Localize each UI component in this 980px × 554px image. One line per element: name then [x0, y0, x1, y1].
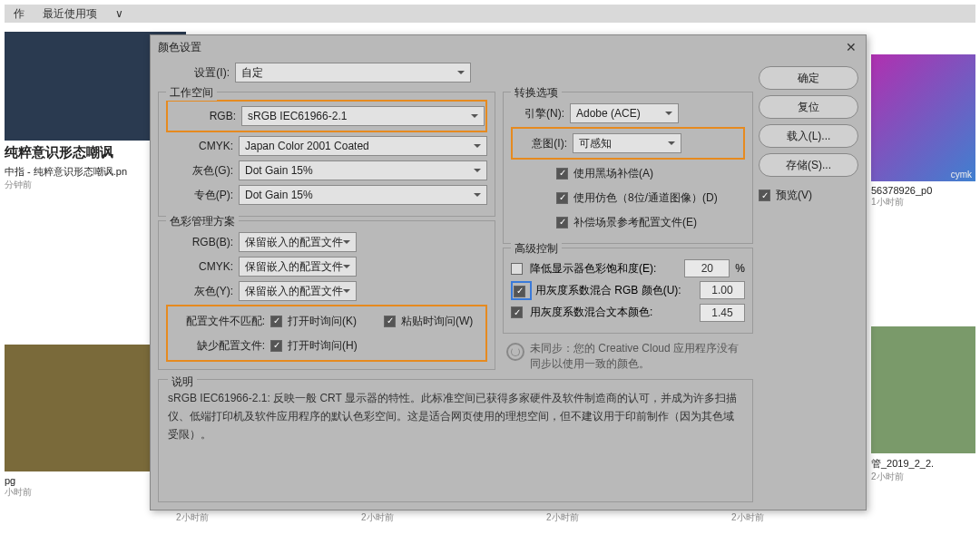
intent-label: 意图(I): — [514, 136, 573, 151]
desat-input[interactable]: 20 — [684, 259, 730, 277]
card-title: 管_2019_2_2. — [871, 457, 975, 471]
card-time: 2小时前 — [546, 511, 579, 524]
policy-gray-dropdown[interactable]: 保留嵌入的配置文件 — [239, 281, 357, 301]
bg-card[interactable]: cymk 56378926_p0 1小时前 — [871, 54, 975, 209]
policy-cmyk-value: 保留嵌入的配置文件 — [245, 259, 343, 275]
bpc-checkbox[interactable] — [556, 168, 568, 180]
blend-rgb-label: 用灰度系数混合 RGB 颜色(U): — [535, 283, 681, 298]
policy-rgb-label: RGB(B): — [166, 236, 239, 248]
preview-label: 预览(V) — [776, 188, 812, 203]
thumb-label: cymk — [951, 170, 972, 180]
scene-label: 补偿场景参考配置文件(E) — [573, 215, 697, 230]
card-time: 2小时前 — [731, 511, 764, 524]
card-title: 56378926_p0 — [871, 185, 975, 196]
bg-toolbar-recent: 最近使用项 — [43, 6, 97, 22]
settings-dropdown[interactable]: 自定 — [235, 63, 471, 83]
ask-open2-checkbox[interactable] — [270, 340, 282, 352]
rgb-label: RGB: — [169, 110, 241, 122]
workspace-fieldset: 工作空间 RGB: sRGB IEC61966-2.1 CMYK: Japan … — [158, 92, 495, 217]
policy-rgb-dropdown[interactable]: 保留嵌入的配置文件 — [239, 232, 357, 252]
advanced-legend: 高级控制 — [511, 241, 562, 257]
spot-dropdown[interactable]: Dot Gain 15% — [239, 185, 487, 205]
advanced-fieldset: 高级控制 降低显示器色彩饱和度(E): 20% 用灰度系数混合 RGB 颜色(U… — [503, 248, 753, 334]
convert-fieldset: 转换选项 引擎(N): Adobe (ACE) 意图(I): 可感知 使用黑场补… — [503, 92, 753, 244]
engine-label: 引擎(N): — [511, 106, 570, 121]
settings-label: 设置(I): — [162, 65, 230, 81]
color-settings-dialog: 颜色设置 ✕ 设置(I): 自定 工作空间 RGB: sRGB IEC61966… — [150, 34, 867, 510]
card-time: 1小时前 — [871, 196, 975, 209]
blend-rgb-checkbox[interactable] — [514, 286, 525, 297]
gray-dropdown[interactable]: Dot Gain 15% — [239, 160, 487, 180]
bg-toolbar: 作 最近使用项 ∨ — [5, 5, 975, 23]
close-icon[interactable]: ✕ — [844, 40, 858, 54]
convert-legend: 转换选项 — [511, 85, 562, 101]
description-box: 说明 sRGB IEC61966-2.1: 反映一般 CRT 显示器的特性。此标… — [158, 379, 753, 503]
gray-value: Dot Gain 15% — [245, 164, 313, 177]
workspace-legend: 工作空间 — [166, 85, 217, 101]
policy-gray-label: 灰色(Y): — [166, 284, 239, 299]
right-cards: cymk 56378926_p0 1小时前 管_2019_2_2. 2小时前 — [871, 54, 975, 491]
spot-label: 专色(P): — [166, 188, 239, 203]
bpc-label: 使用黑场补偿(A) — [573, 166, 653, 181]
intent-dropdown[interactable]: 可感知 — [573, 133, 681, 153]
spot-value: Dot Gain 15% — [245, 189, 313, 201]
card-time: 2小时前 — [176, 511, 209, 524]
ask-open2-label: 打开时询问(H) — [288, 338, 358, 354]
settings-value: 自定 — [241, 65, 263, 81]
desc-text: sRGB IEC61966-2.1: 反映一般 CRT 显示器的特性。此标准空间… — [168, 389, 743, 444]
missing-label: 缺少配置文件: — [169, 338, 270, 354]
blend-text-checkbox[interactable] — [511, 306, 523, 318]
policy-rgb-value: 保留嵌入的配置文件 — [245, 235, 343, 250]
engine-value: Adobe (ACE) — [576, 107, 641, 120]
blend-rgb-input[interactable]: 1.00 — [700, 281, 745, 299]
policy-cmyk-label: CMYK: — [166, 260, 239, 273]
thumbnail-image: cymk — [871, 54, 975, 181]
bg-toolbar-label: 作 — [14, 6, 24, 22]
sync-note: 未同步：您的 Creative Cloud 应用程序没有同步以使用一致的颜色。 — [503, 341, 753, 372]
cmyk-value: Japan Color 2001 Coated — [245, 140, 369, 152]
dither-checkbox[interactable] — [556, 192, 568, 204]
engine-dropdown[interactable]: Adobe (ACE) — [570, 103, 679, 123]
rgb-dropdown[interactable]: sRGB IEC61966-2.1 — [241, 106, 485, 126]
load-button[interactable]: 载入(L)... — [759, 124, 858, 148]
thumbnail-image — [871, 326, 975, 453]
ok-button[interactable]: 确定 — [759, 66, 858, 90]
sync-icon — [506, 343, 524, 361]
ask-paste-checkbox[interactable] — [384, 316, 396, 327]
reset-button[interactable]: 复位 — [759, 95, 858, 119]
policy-gray-value: 保留嵌入的配置文件 — [245, 284, 343, 299]
preview-checkbox[interactable] — [759, 190, 770, 201]
titlebar: 颜色设置 ✕ — [151, 35, 866, 59]
policy-legend: 色彩管理方案 — [166, 214, 239, 229]
blend-text-label: 用灰度系数混合文本颜色: — [530, 305, 652, 320]
card-time: 2小时前 — [361, 511, 394, 524]
mismatch-label: 配置文件不匹配: — [169, 314, 270, 329]
ask-open-label: 打开时询问(K) — [288, 314, 357, 329]
ask-paste-label: 粘贴时询问(W) — [401, 314, 473, 329]
dither-label: 使用仿色（8位/通道图像）(D) — [573, 190, 718, 206]
blend-text-input[interactable]: 1.45 — [700, 304, 745, 322]
chevron-down-icon: ∨ — [115, 7, 123, 20]
cmyk-label: CMYK: — [166, 140, 239, 152]
rgb-value: sRGB IEC61966-2.1 — [248, 110, 347, 122]
desc-legend: 说明 — [168, 373, 197, 391]
policy-fieldset: 色彩管理方案 RGB(B): 保留嵌入的配置文件 CMYK: 保留嵌入的配置文件… — [158, 220, 495, 370]
sync-text: 未同步：您的 Creative Cloud 应用程序没有同步以使用一致的颜色。 — [530, 341, 750, 372]
save-button[interactable]: 存储(S)... — [759, 153, 858, 177]
desat-label: 降低显示器色彩饱和度(E): — [530, 261, 656, 277]
scene-checkbox[interactable] — [556, 217, 568, 228]
dialog-title: 颜色设置 — [158, 40, 201, 55]
desat-checkbox[interactable] — [511, 263, 523, 275]
pct-label: % — [735, 262, 745, 275]
ask-open-checkbox[interactable] — [270, 316, 282, 327]
card-time: 2小时前 — [871, 471, 975, 483]
intent-value: 可感知 — [579, 136, 612, 151]
bg-card[interactable]: 管_2019_2_2. 2小时前 — [871, 326, 975, 483]
cmyk-dropdown[interactable]: Japan Color 2001 Coated — [239, 136, 487, 156]
policy-cmyk-dropdown[interactable]: 保留嵌入的配置文件 — [239, 257, 357, 277]
gray-label: 灰色(G): — [166, 163, 239, 179]
